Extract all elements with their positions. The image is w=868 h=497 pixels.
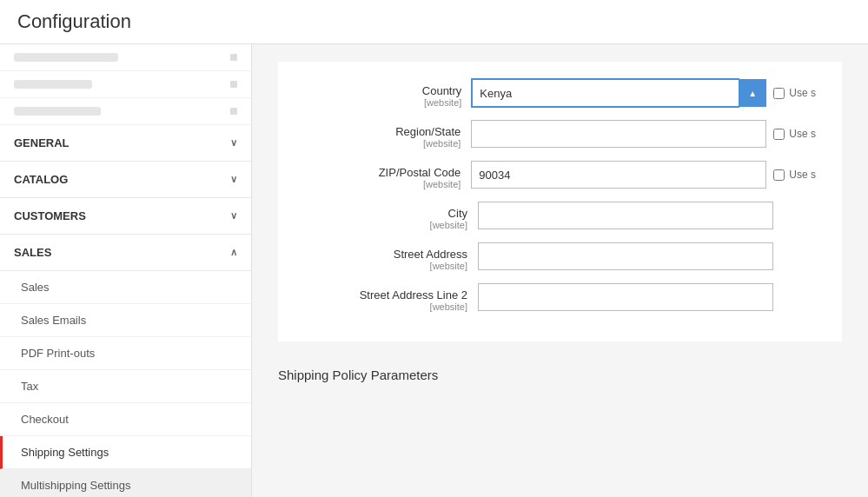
chevron-down-icon: ∨ — [230, 174, 237, 185]
city-label: City — [448, 207, 467, 220]
street2-label: Street Address Line 2 — [360, 288, 467, 302]
sidebar-section-sales[interactable]: SALES ∧ — [0, 235, 251, 271]
sidebar-item-multishipping-settings[interactable]: Multishipping Settings — [0, 469, 251, 497]
sidebar-item-pdf-printouts[interactable]: PDF Print-outs — [0, 337, 251, 370]
shipping-policy-title: Shipping Policy Parameters — [278, 359, 842, 382]
form-row-region: Region/State [website] Use s — [304, 120, 816, 149]
zip-sublabel: [website] — [304, 179, 461, 189]
sidebar-section-catalog[interactable]: CATALOG ∨ — [0, 162, 251, 198]
form-row-zip: ZIP/Postal Code [website] Use s — [304, 161, 816, 189]
shipping-policy-section: Shipping Policy Parameters — [278, 359, 842, 382]
street-input[interactable] — [478, 242, 773, 270]
sidebar-blurred-item-2[interactable] — [0, 71, 251, 98]
region-input[interactable] — [471, 120, 766, 148]
form-row-street2: Street Address Line 2 [website] — [304, 283, 816, 312]
main-content: Country [website] ▲ Use s Re — [252, 44, 868, 497]
country-use-s-checkbox[interactable] — [773, 88, 785, 99]
country-sublabel: [website] — [304, 97, 461, 108]
region-sublabel: [website] — [304, 138, 461, 149]
street2-sublabel: [website] — [304, 302, 467, 312]
country-use-s-label[interactable]: Use s — [773, 87, 816, 99]
street2-input[interactable] — [478, 283, 773, 311]
sidebar-item-sales[interactable]: Sales — [0, 271, 251, 304]
form-row-street: Street Address [website] — [304, 242, 816, 271]
zip-use-s-label[interactable]: Use s — [773, 169, 816, 181]
page-header: Configuration — [0, 0, 868, 44]
sidebar-section-catalog-label: CATALOG — [14, 173, 68, 186]
street-label: Street Address — [394, 248, 467, 261]
city-sublabel: [website] — [304, 220, 467, 230]
country-input[interactable] — [472, 79, 739, 107]
country-dropdown-button[interactable]: ▲ — [739, 79, 766, 107]
sidebar-section-general-label: GENERAL — [14, 136, 70, 149]
region-use-s-label[interactable]: Use s — [773, 128, 816, 140]
sidebar-section-customers[interactable]: CUSTOMERS ∨ — [0, 198, 251, 235]
region-use-s-checkbox[interactable] — [773, 129, 785, 140]
form-row-city: City [website] — [304, 202, 816, 230]
sidebar-section-customers-label: CUSTOMERS — [14, 209, 86, 222]
sidebar-blurred-item-3[interactable] — [0, 98, 251, 125]
form-row-country: Country [website] ▲ Use s — [304, 79, 816, 108]
zip-use-s-checkbox[interactable] — [773, 169, 785, 181]
form-section: Country [website] ▲ Use s Re — [278, 62, 842, 341]
sidebar-item-checkout[interactable]: Checkout — [0, 403, 251, 436]
country-label: Country — [422, 84, 462, 97]
zip-input[interactable] — [471, 161, 766, 189]
region-label: Region/State — [395, 125, 461, 138]
chevron-up-icon: ∧ — [230, 247, 237, 258]
sidebar-item-tax[interactable]: Tax — [0, 370, 251, 403]
zip-label: ZIP/Postal Code — [379, 166, 461, 179]
sidebar-section-sales-label: SALES — [14, 246, 51, 259]
street-sublabel: [website] — [304, 261, 467, 271]
city-input[interactable] — [478, 202, 773, 229]
sidebar-item-shipping-settings[interactable]: Shipping Settings — [0, 436, 251, 469]
sidebar-blurred-item-1[interactable] — [0, 44, 251, 71]
chevron-down-icon: ∨ — [230, 210, 237, 222]
chevron-down-icon: ∨ — [230, 137, 237, 149]
sidebar-section-general[interactable]: GENERAL ∨ — [0, 125, 251, 162]
page-title: Configuration — [17, 10, 851, 33]
sidebar: GENERAL ∨ CATALOG ∨ CUSTOMERS ∨ SALES ∧ … — [0, 44, 252, 497]
sidebar-item-sales-emails[interactable]: Sales Emails — [0, 304, 251, 337]
